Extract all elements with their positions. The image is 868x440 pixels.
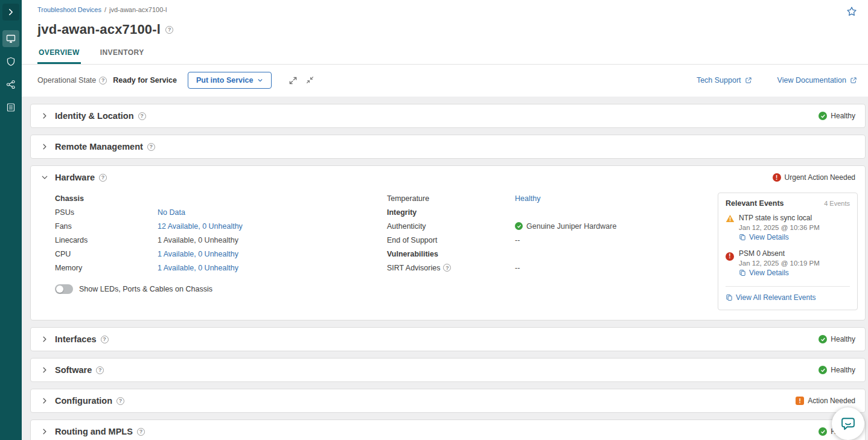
- hardware-row-linecards: Linecards 1 Available, 0 Unhealthy: [55, 233, 375, 247]
- healthy-check-icon: [819, 427, 827, 436]
- memory-value-link[interactable]: 1 Available, 0 Unhealthy: [158, 264, 238, 272]
- row-label: Linecards: [55, 236, 158, 244]
- tech-support-link[interactable]: Tech Support: [697, 76, 752, 84]
- tab-bar: OVERVIEW INVENTORY: [22, 45, 868, 65]
- sections-list: Identity & Location Healthy Remote Manag…: [22, 97, 868, 440]
- status-text: Action Needed: [808, 397, 855, 405]
- sirt-value: --: [515, 264, 520, 272]
- put-into-service-label: Put into Service: [196, 76, 253, 84]
- view-all-relevant-events-link[interactable]: View All Relevant Events: [726, 293, 816, 302]
- list-document-icon: [6, 103, 16, 112]
- sidebar-item-topology[interactable]: [2, 76, 19, 93]
- status-text: Healthy: [831, 335, 855, 343]
- chassis-toggle-row: Show LEDs, Ports & Cables on Chassis: [55, 284, 375, 294]
- help-icon[interactable]: [116, 397, 124, 405]
- psus-value-link[interactable]: No Data: [158, 208, 185, 217]
- section-interfaces-header[interactable]: Interfaces Healthy: [31, 328, 865, 351]
- vulnerabilities-label: Vulnerabilities: [387, 250, 515, 258]
- view-details-icon: [739, 234, 746, 241]
- status-badge-action-needed: Action Needed: [796, 397, 855, 405]
- healthy-check-icon: [819, 335, 827, 343]
- expand-all-icon[interactable]: [289, 76, 298, 85]
- hardware-chassis-column: Chassis PSUs No Data Fans 12 Available, …: [55, 191, 375, 310]
- collapse-all-icon[interactable]: [306, 76, 314, 85]
- cpu-value-link[interactable]: 1 Available, 0 Unhealthy: [158, 250, 238, 258]
- section-title: Software: [55, 365, 92, 375]
- section-title: Routing and MPLS: [55, 427, 133, 436]
- section-routing-mpls-header[interactable]: Routing and MPLS Healthy: [31, 420, 865, 440]
- put-into-service-button[interactable]: Put into Service: [188, 72, 272, 89]
- show-leds-toggle[interactable]: [55, 284, 73, 294]
- section-identity-location-header[interactable]: Identity & Location Healthy: [31, 104, 865, 127]
- hardware-status-column: Temperature Healthy Integrity Authentici…: [387, 191, 706, 310]
- chat-fab-button[interactable]: [832, 407, 864, 440]
- section-configuration-header[interactable]: Configuration Action Needed: [31, 389, 865, 412]
- event-item: PSM 0 Absent Jan 12, 2025 @ 10:19 PM Vie…: [726, 249, 850, 279]
- fans-value-link[interactable]: 12 Available, 0 Unhealthy: [158, 222, 243, 231]
- help-icon[interactable]: [443, 264, 451, 272]
- chevron-right-icon: [40, 366, 49, 374]
- sidebar-item-inventory[interactable]: [2, 99, 19, 116]
- healthy-check-icon: [819, 366, 827, 374]
- chevron-right-icon: [40, 143, 49, 150]
- hardware-row-psus: PSUs No Data: [55, 205, 375, 219]
- section-hardware-header[interactable]: Hardware Urgent Action Needed: [31, 166, 865, 189]
- events-count: 4 Events: [824, 200, 850, 207]
- sidebar-item-security[interactable]: [2, 53, 19, 70]
- critical-alert-icon: [726, 249, 735, 279]
- row-label: PSUs: [55, 208, 158, 217]
- hardware-row-authenticity: Authenticity Genuine Juniper Hardware: [387, 219, 706, 233]
- external-link-icon: [850, 77, 857, 84]
- view-details-link[interactable]: View Details: [739, 233, 789, 241]
- view-all-label: View All Relevant Events: [736, 293, 816, 302]
- help-icon[interactable]: [101, 336, 109, 343]
- favorite-star-icon[interactable]: [846, 6, 857, 19]
- row-label: SIRT Advisories: [387, 264, 440, 272]
- breadcrumb-current: jvd-awan-acx7100-l: [109, 6, 167, 13]
- tab-overview[interactable]: OVERVIEW: [37, 45, 81, 64]
- section-hardware: Hardware Urgent Action Needed Chassis PS…: [30, 165, 866, 320]
- help-icon[interactable]: [137, 428, 145, 436]
- help-icon[interactable]: [165, 26, 173, 34]
- breadcrumb-link-troubleshoot-devices[interactable]: Troubleshoot Devices: [37, 6, 101, 13]
- relevant-events-title: Relevant Events: [726, 199, 784, 208]
- sidebar-item-devices[interactable]: [2, 30, 19, 47]
- chevron-right-icon: [40, 336, 49, 343]
- operational-state-value: Ready for Service: [113, 76, 177, 84]
- event-time: Jan 12, 2025 @ 10:19 PM: [739, 260, 820, 267]
- section-title: Configuration: [55, 396, 112, 406]
- help-icon[interactable]: [96, 366, 104, 374]
- shield-icon: [6, 57, 16, 66]
- sidebar-expand-button[interactable]: [2, 4, 19, 21]
- hardware-row-end-of-support: End of Support --: [387, 233, 706, 247]
- device-monitor-icon: [6, 34, 16, 43]
- sidebar: [0, 0, 22, 440]
- view-details-link[interactable]: View Details: [739, 269, 789, 277]
- hardware-details: Chassis PSUs No Data Fans 12 Available, …: [31, 189, 865, 320]
- view-documentation-link[interactable]: View Documentation: [777, 76, 857, 84]
- row-label: Authenticity: [387, 222, 515, 231]
- section-software-header[interactable]: Software Healthy: [31, 359, 865, 381]
- chevron-right-icon: [40, 112, 49, 120]
- help-icon[interactable]: [99, 174, 107, 182]
- urgent-alert-icon: [773, 173, 781, 182]
- hardware-row-memory: Memory 1 Available, 0 Unhealthy: [55, 261, 375, 275]
- help-icon[interactable]: [99, 77, 107, 84]
- healthy-check-icon: [515, 222, 523, 230]
- event-title: PSM 0 Absent: [739, 249, 820, 258]
- help-icon[interactable]: [138, 112, 146, 120]
- page-header: Troubleshoot Devices / jvd-awan-acx7100-…: [22, 0, 868, 97]
- action-needed-icon: [796, 397, 804, 405]
- help-icon[interactable]: [147, 143, 155, 151]
- status-badge-healthy: Healthy: [819, 335, 855, 343]
- section-remote-management-header[interactable]: Remote Management: [31, 135, 865, 158]
- chevron-right-icon: [7, 8, 15, 16]
- section-title: Interfaces: [55, 334, 97, 344]
- main-area: Troubleshoot Devices / jvd-awan-acx7100-…: [22, 0, 868, 440]
- temperature-value-link[interactable]: Healthy: [515, 194, 540, 203]
- status-badge-healthy: Healthy: [819, 366, 855, 374]
- relevant-events-panel: Relevant Events 4 Events NTP state is sy…: [718, 193, 858, 310]
- operational-state-label: Operational State: [37, 76, 96, 84]
- tab-inventory[interactable]: INVENTORY: [99, 45, 145, 64]
- tech-support-label: Tech Support: [697, 76, 741, 84]
